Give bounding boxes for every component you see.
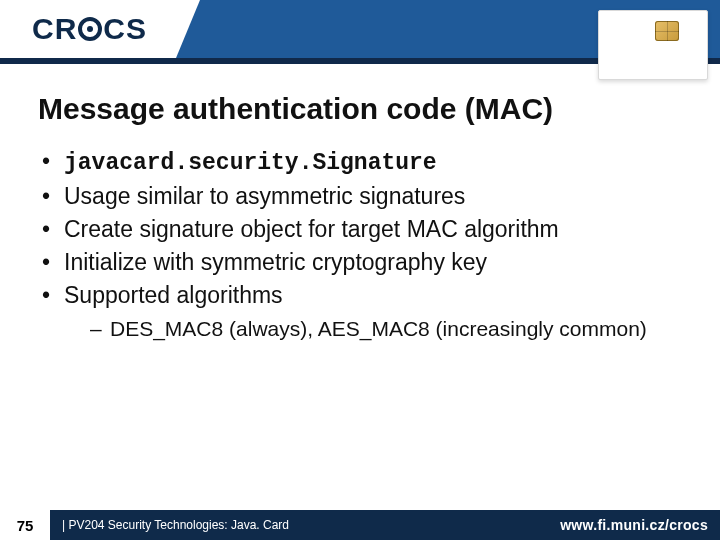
- chip-contact-icon: [655, 21, 679, 41]
- list-item: Create signature object for target MAC a…: [38, 214, 682, 245]
- list-item: Supported algorithms DES_MAC8 (always), …: [38, 280, 682, 343]
- bullet-text: javacard.security.Signature: [64, 150, 437, 176]
- footer-site-url: www.fi.muni.cz/crocs: [560, 517, 708, 533]
- list-item: Usage similar to asymmetric signatures: [38, 181, 682, 212]
- smartcard-icon: [598, 10, 708, 80]
- bullet-text: Initialize with symmetric cryptography k…: [64, 249, 487, 275]
- page-number: 75: [0, 510, 50, 540]
- bullet-text: Create signature object for target MAC a…: [64, 216, 559, 242]
- logo-ring-icon: [78, 17, 102, 41]
- footer-bar: 75 | PV204 Security Technologies: Java. …: [0, 510, 720, 540]
- logo-area: CR CS: [0, 0, 200, 58]
- footer-course-label: | PV204 Security Technologies: Java. Car…: [62, 518, 289, 532]
- bullet-text: Usage similar to asymmetric signatures: [64, 183, 465, 209]
- slide-title: Message authentication code (MAC): [38, 92, 682, 126]
- content-area: Message authentication code (MAC) javaca…: [38, 92, 682, 346]
- list-item: Initialize with symmetric cryptography k…: [38, 247, 682, 278]
- list-item: javacard.security.Signature: [38, 146, 682, 179]
- sub-list-item: DES_MAC8 (always), AES_MAC8 (increasingl…: [64, 315, 682, 343]
- slide: CR CS Message authentication code (MAC) …: [0, 0, 720, 540]
- sub-bullet-text: DES_MAC8 (always), AES_MAC8 (increasingl…: [110, 317, 647, 340]
- logo-text-right: CS: [103, 12, 147, 46]
- crocs-logo: CR CS: [32, 12, 147, 46]
- bullet-list: javacard.security.Signature Usage simila…: [38, 146, 682, 344]
- bullet-text: Supported algorithms: [64, 282, 283, 308]
- logo-text-left: CR: [32, 12, 77, 46]
- sub-bullet-list: DES_MAC8 (always), AES_MAC8 (increasingl…: [64, 315, 682, 343]
